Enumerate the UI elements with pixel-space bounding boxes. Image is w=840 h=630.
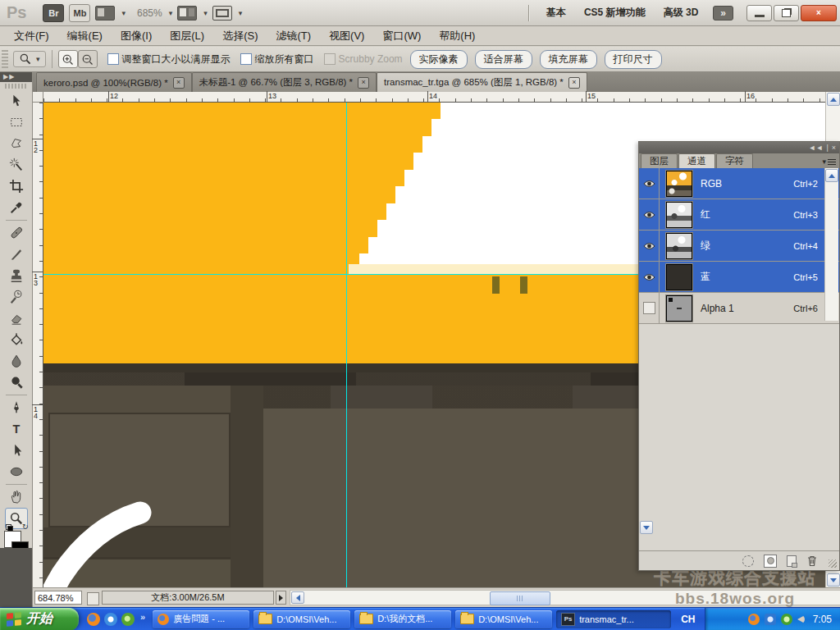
tab-layers[interactable]: 图层 [641,153,678,168]
mini-bridge-button[interactable]: Mb [69,4,90,22]
tools-panel-collapse-bar[interactable]: ▶▶ [0,72,32,82]
channel-thumbnail[interactable] [666,264,692,290]
taskbar-clock[interactable]: 7:05 [813,614,832,625]
path-selection-tool[interactable] [5,440,28,461]
checkbox-box[interactable] [107,53,119,65]
healing-brush-tool[interactable] [5,222,28,244]
task-folder-omsi-2[interactable]: D:\OMSI\Veh... [455,610,552,628]
move-tool[interactable] [5,90,28,112]
document-tab-untitled[interactable]: 未标题-1 @ 66.7% (图层 3, RGB/8) * × [192,72,377,92]
menu-select[interactable]: 选择(S) [213,27,267,45]
load-selection-icon[interactable] [742,555,754,567]
zoom-in-button[interactable] [58,50,78,68]
arrange-dropdown-icon[interactable]: ▾ [203,9,208,17]
collapse-panel-icon[interactable]: ◄◄ [809,144,824,152]
scroll-down-button[interactable] [827,573,840,587]
tab-close-icon[interactable]: × [358,77,369,89]
workspace-basic[interactable]: 基本 [540,4,573,21]
workspace-advanced-3d[interactable]: 高级 3D [657,4,705,21]
vertical-ruler[interactable]: 12 13 14 [33,103,43,587]
pen-tool[interactable] [5,397,28,418]
visibility-toggle[interactable] [639,262,660,292]
eye-empty-box[interactable] [643,302,655,314]
eraser-tool[interactable] [5,308,28,329]
firefox-quicklaunch-icon[interactable] [87,613,100,626]
dodge-tool[interactable] [5,372,28,393]
visibility-toggle[interactable] [639,199,660,230]
channel-thumbnail[interactable] [666,295,692,322]
menu-help[interactable]: 帮助(H) [430,27,484,45]
messenger-tray-icon[interactable] [765,614,776,625]
new-channel-icon[interactable] [787,555,797,567]
actual-pixels-button[interactable]: 实际像素 [410,50,468,69]
close-button[interactable]: × [801,5,837,21]
pps-quicklaunch-icon[interactable] [121,613,135,626]
visibility-toggle[interactable] [639,168,660,199]
close-panel-icon[interactable]: × [832,144,836,152]
antivirus-tray-icon[interactable] [781,614,792,625]
task-photoshop[interactable]: Ps transmac_tr... [556,610,671,628]
tab-character[interactable]: 字符 [716,153,753,168]
scroll-down-button[interactable] [640,521,653,534]
channel-row-alpha1[interactable]: Alpha 1 Ctrl+6 [639,293,839,324]
menu-edit[interactable]: 编辑(E) [58,27,112,45]
volume-tray-icon[interactable] [797,615,805,623]
channel-row-red[interactable]: 红 Ctrl+3 [639,199,839,231]
scroll-up-button[interactable] [827,93,840,106]
document-tab-transmac[interactable]: transmac_tr.tga @ 685% (图层 1, RGB/8) * × [377,72,587,92]
eyedropper-tool[interactable] [5,197,28,218]
type-tool[interactable]: T [5,418,28,440]
screen-mode-dropdown-icon[interactable]: ▾ [239,9,243,17]
scroll-up-button[interactable] [825,169,838,182]
bridge-button[interactable]: Br [43,4,64,22]
menu-filter[interactable]: 滤镜(T) [267,27,320,45]
zoom-level-field[interactable]: 685% [137,7,162,19]
workspace-cs5-new[interactable]: CS5 新增功能 [578,4,652,21]
channel-row-rgb[interactable]: RGB Ctrl+2 [639,168,839,199]
history-brush-tool[interactable] [5,286,28,308]
options-bar-grip[interactable] [2,50,8,68]
menu-image[interactable]: 图像(I) [112,27,161,45]
media-player-quicklaunch-icon[interactable] [104,613,117,626]
fill-screen-button[interactable]: 填充屏幕 [540,50,597,69]
minimize-button[interactable] [746,5,772,21]
ruler-origin-corner[interactable] [33,92,43,103]
panel-menu-button[interactable]: ▾ [822,158,836,166]
screen-mode-icon[interactable] [212,6,232,21]
crop-tool[interactable] [5,176,28,197]
visibility-toggle[interactable] [639,231,660,261]
task-folder-documents[interactable]: D:\我的文档... [354,610,451,628]
zoom-dropdown-icon[interactable]: ▾ [169,9,173,17]
document-tab-keroro[interactable]: keroro.psd @ 100%(RGB/8) * × [36,72,192,92]
horizontal-scroll-thumb[interactable] [490,591,550,605]
view-extras-dropdown-icon[interactable]: ▾ [121,9,126,17]
swap-colors-icon[interactable]: ↻ [22,523,29,531]
visibility-toggle[interactable] [639,293,660,323]
restore-button[interactable] [774,5,799,21]
firefox-tray-icon[interactable] [748,614,760,625]
print-size-button[interactable]: 打印尺寸 [605,50,662,69]
resize-windows-checkbox[interactable]: 调整窗口大小以满屏显示 [107,52,231,66]
scroll-left-button[interactable] [291,591,304,604]
zoom-all-windows-checkbox[interactable]: 缩放所有窗口 [240,52,314,66]
clone-stamp-tool[interactable] [5,265,28,286]
save-selection-as-channel-icon[interactable] [764,555,777,568]
ellipse-tool[interactable] [5,461,28,482]
quicklaunch-overflow-icon[interactable]: » [140,612,145,622]
menu-window[interactable]: 窗口(W) [373,27,430,45]
document-size-info[interactable]: 文档:3.00M/26.5M [102,591,274,605]
channel-row-blue[interactable]: 蓝 Ctrl+5 [639,262,839,293]
channel-thumbnail[interactable] [666,233,692,259]
tools-panel-grip[interactable] [5,84,27,89]
view-extras-icon[interactable] [95,6,115,21]
tab-close-icon[interactable]: × [173,77,185,89]
tab-channels[interactable]: 通道 [678,153,715,168]
status-zoom-field[interactable]: 684.78% [34,591,82,605]
arrange-documents-icon[interactable] [177,6,197,21]
brush-tool[interactable] [5,244,28,265]
paint-bucket-tool[interactable] [5,329,28,350]
blur-tool[interactable] [5,350,28,372]
tab-close-icon[interactable]: × [568,77,580,89]
delete-channel-icon[interactable] [806,555,818,567]
channel-thumbnail[interactable] [666,171,692,197]
